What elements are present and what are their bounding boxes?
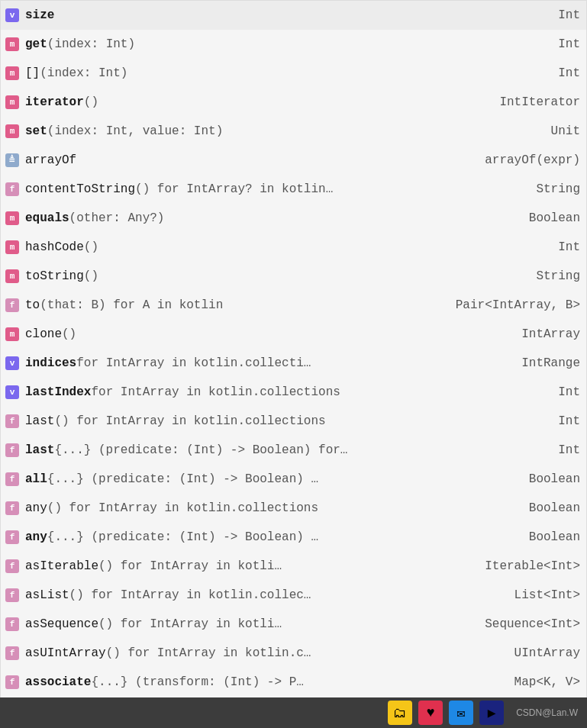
item-return-type: IntIterator [490,95,580,109]
item-content: asList() for IntArray in kotlin.collec… [25,588,505,602]
list-item[interactable]: flast {...} (predicate: (Int) -> Boolean… [1,436,586,465]
item-content: iterator() [25,95,490,109]
item-return-type: Boolean [520,530,580,544]
item-badge: m [5,240,19,254]
item-content: arrayOf [25,153,476,167]
item-return-type: Int [549,8,580,22]
item-badge: m [5,95,19,109]
taskbar-icons: 🗂 ♥ ✉ ▶ [388,701,504,725]
item-return-type: Int [549,66,580,80]
item-return-type: Iterable<Int> [476,559,580,573]
list-item[interactable]: mget(index: Int)Int [1,30,586,59]
item-badge: f [5,414,19,428]
item-params: () for IntArray in kotli… [98,617,282,631]
item-badge: f [5,298,19,312]
item-content: asSequence() for IntArray in kotli… [25,617,476,631]
taskbar-icon-play[interactable]: ▶ [479,701,504,725]
autocomplete-panel: vsizeIntmget(index: Int)Intm[](index: In… [0,0,587,728]
item-params: (index: Int) [40,66,127,80]
item-params: () for IntArray in kotlin.collec… [69,588,311,602]
item-name: all [25,472,47,486]
list-item[interactable]: fall {...} (predicate: (Int) -> Boolean)… [1,465,586,494]
item-content: get(index: Int) [25,37,549,51]
item-return-type: Boolean [520,211,580,225]
list-item[interactable]: mset(index: Int, value: Int)Unit [1,117,586,146]
item-params: for IntArray in kotlin.collecti… [76,356,311,370]
list-item[interactable]: fcontentToString() for IntArray? in kotl… [1,175,586,204]
item-content: all {...} (predicate: (Int) -> Boolean) … [25,472,520,486]
item-return-type: Boolean [520,501,580,515]
list-item[interactable]: mtoString()String [1,262,586,291]
list-item[interactable]: vlastIndex for IntArray in kotlin.collec… [1,378,586,407]
item-content: any() for IntArray in kotlin.collections [25,501,520,515]
item-name: arrayOf [25,153,76,167]
item-name: to [25,298,40,312]
list-item[interactable]: fasUIntArray() for IntArray in kotlin.c…… [1,639,586,668]
list-item[interactable]: fany {...} (predicate: (Int) -> Boolean)… [1,523,586,552]
item-badge: m [5,211,19,225]
taskbar-icon-folder[interactable]: 🗂 [388,701,412,725]
list-item[interactable]: vsizeInt [1,1,586,30]
item-badge: f [5,443,19,457]
item-badge: v [5,385,19,399]
item-badge: f [5,530,19,544]
item-badge: f [5,617,19,631]
item-return-type: Unit [542,124,580,138]
taskbar-icon-heart[interactable]: ♥ [418,701,443,725]
item-content: [](index: Int) [25,66,549,80]
item-return-type: String [527,269,580,283]
item-name: toString [25,269,84,283]
item-name: asList [25,588,69,602]
list-item[interactable]: miterator()IntIterator [1,88,586,117]
item-content: set(index: Int, value: Int) [25,124,542,138]
item-params: () [84,240,98,254]
item-params: () [62,327,76,341]
item-params: {...} (predicate: (Int) -> Boolean) … [47,530,318,544]
list-item[interactable]: fasIterable() for IntArray in kotli…Iter… [1,552,586,581]
item-return-type: Int [549,385,580,399]
list-item[interactable]: mclone()IntArray [1,320,586,349]
list-item[interactable]: fany() for IntArray in kotlin.collection… [1,494,586,523]
item-return-type: Int [549,443,580,457]
item-badge: m [5,124,19,138]
item-badge: v [5,356,19,370]
list-item[interactable]: fasList() for IntArray in kotlin.collec…… [1,581,586,610]
list-item[interactable]: mhashCode()Int [1,233,586,262]
item-content: asIterable() for IntArray in kotli… [25,559,476,573]
list-item[interactable]: ≜arrayOfarrayOf(expr) [1,146,586,175]
list-item[interactable]: fassociate {...} (transform: (Int) -> P…… [1,668,586,697]
list-item[interactable]: flast() for IntArray in kotlin.collectio… [1,407,586,436]
list-item[interactable]: fasSequence() for IntArray in kotli…Sequ… [1,610,586,639]
item-params: () for IntArray? in kotlin… [135,182,333,196]
item-params: () [84,95,98,109]
item-params: () [84,269,98,283]
watermark: CSDN@Lan.W [516,707,578,718]
item-content: size [25,8,549,22]
item-name: asSequence [25,617,98,631]
item-content: hashCode() [25,240,549,254]
item-name: equals [25,211,69,225]
item-name: asUIntArray [25,646,106,660]
item-name: indices [25,356,76,370]
item-content: asUIntArray() for IntArray in kotlin.c… [25,646,505,660]
list-item[interactable]: m[](index: Int)Int [1,59,586,88]
item-content: associate {...} (transform: (Int) -> P… [25,675,505,689]
list-item[interactable]: mequals(other: Any?)Boolean [1,204,586,233]
item-badge: f [5,588,19,602]
item-name: [] [25,66,40,80]
item-return-type: arrayOf(expr) [476,153,580,167]
item-badge: v [5,8,19,22]
list-item[interactable]: fto(that: B) for A in kotlinPair<IntArra… [1,291,586,320]
item-name: hashCode [25,240,84,254]
item-name: asIterable [25,559,98,573]
taskbar-icon-mail[interactable]: ✉ [449,701,473,725]
item-params: () for IntArray in kotlin.collections [54,414,325,428]
item-name: lastIndex [25,385,91,399]
item-badge: m [5,37,19,51]
item-name: iterator [25,95,84,109]
item-name: get [25,37,47,51]
item-name: clone [25,327,62,341]
item-return-type: Int [549,240,580,254]
item-return-type: Int [549,37,580,51]
list-item[interactable]: vindices for IntArray in kotlin.collecti… [1,349,586,378]
